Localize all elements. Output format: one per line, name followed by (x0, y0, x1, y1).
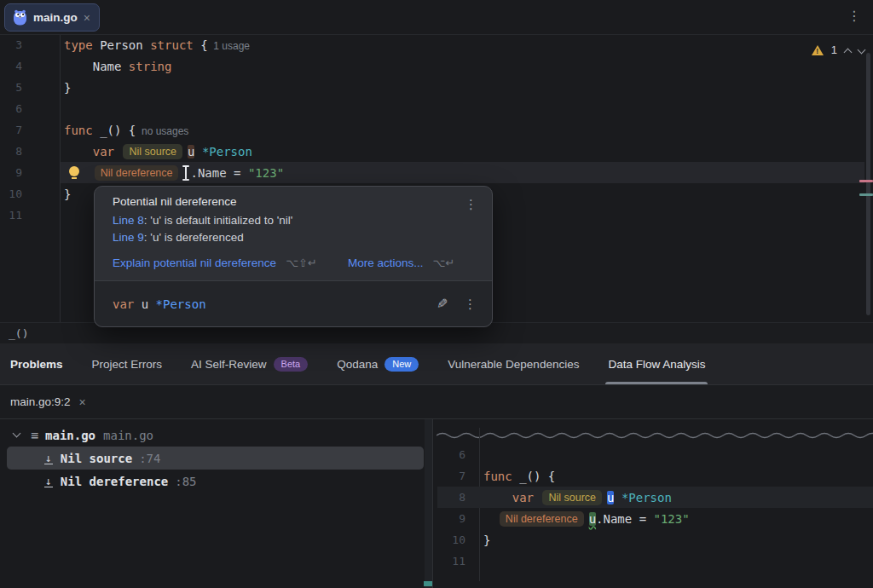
error-stripe-mark-pink[interactable] (859, 180, 873, 182)
result-tab-title[interactable]: main.go:9:2 (10, 395, 71, 408)
tree-scrollbar[interactable] (425, 419, 432, 588)
preview-code-line[interactable]: 9 Nil dereferenceu.Name = "123" (433, 508, 873, 529)
line-number: 7 (433, 470, 465, 482)
code-token: *Person (156, 297, 206, 311)
code-token: u (589, 512, 596, 526)
inspection-popup: Potential nil dereference Line 8: 'u' is… (94, 186, 493, 327)
code-line-current[interactable]: 9 Nil dereference.Name = "123" (0, 162, 873, 183)
trace-text: : 'u' is default initialized to 'nil' (144, 214, 293, 227)
editor-tab-main-go[interactable]: main.go × (4, 3, 100, 32)
line-number[interactable]: 8 (0, 145, 22, 158)
line-number[interactable]: 4 (0, 60, 22, 72)
code-token: no usages (136, 125, 188, 137)
inlay-hint-chip[interactable]: Nil source (123, 144, 182, 159)
code-token: } (64, 187, 71, 201)
code-line[interactable]: 3type Person struct { 1 usage (0, 34, 873, 55)
edit-pencil-icon[interactable]: ✎ (436, 296, 448, 312)
preview-code-line[interactable]: 6 (433, 444, 873, 465)
preview-code-line[interactable]: 10} (433, 529, 873, 551)
line-number: 8 (433, 491, 465, 504)
inlay-hint-chip[interactable]: Nil source (542, 490, 602, 505)
line-number[interactable]: 9 (0, 166, 22, 179)
preview-code-line-highlighted[interactable]: 8 var Nil sourceu *Person (433, 487, 873, 508)
code-preview-pane: 6 7func _() { 8 var Nil sourceu *Person … (433, 419, 873, 588)
line-number[interactable]: 7 (0, 124, 22, 136)
inspection-popup-body: Potential nil dereference Line 8: 'u' is… (95, 187, 492, 280)
ide-window: main.go × ⋮ 1 3type Person struct { 1 us… (0, 0, 873, 588)
tab-data-flow-analysis[interactable]: Data Flow Analysis (608, 343, 705, 384)
next-problem-icon[interactable] (858, 45, 866, 54)
tab-close-icon[interactable]: × (84, 12, 90, 24)
popup-code-kebab-icon[interactable]: ⋮ (464, 297, 477, 312)
more-actions-shortcut: ⌥↵ (432, 257, 454, 269)
code-token: *Person (202, 145, 252, 159)
code-token: .Name = (190, 166, 247, 180)
new-badge: New (384, 357, 419, 372)
line-number[interactable]: 10 (0, 187, 22, 200)
code-token: Person (100, 38, 150, 52)
line-number: 10 (433, 533, 465, 546)
go-gopher-icon (13, 9, 27, 26)
tree-root-file: main.go (103, 429, 153, 442)
line-number[interactable]: 3 (0, 38, 22, 51)
code-token (614, 491, 621, 504)
tree-item-nil-source[interactable]: ↓ Nil source :74 (0, 447, 432, 470)
tree-item-location: :85 (175, 475, 196, 488)
inspections-widget[interactable]: 1 (812, 43, 864, 56)
code-token (64, 145, 93, 159)
window-kebab-icon[interactable]: ⋮ (847, 9, 861, 23)
code-line[interactable]: 7func _() { no usages (0, 119, 873, 141)
code-token: u (142, 297, 156, 311)
code-line[interactable]: 4 Name string (0, 55, 873, 77)
chevron-down-icon[interactable] (13, 429, 21, 438)
popup-code-line[interactable]: var u *Person (113, 297, 206, 311)
tree-item-label: Nil source (61, 452, 132, 465)
inlay-hint-chip[interactable]: Nil dereference (95, 165, 179, 181)
code-token: func (64, 124, 100, 137)
tool-window-tab-bar: Problems Project Errors AI Self-ReviewBe… (0, 343, 873, 385)
tab-project-errors[interactable]: Project Errors (92, 343, 163, 384)
breadcrumb-item[interactable]: _() (9, 327, 28, 340)
torn-edge-wave (436, 430, 873, 439)
editor-tab-bar: main.go × ⋮ (0, 0, 873, 35)
line-number[interactable]: 5 (0, 81, 22, 94)
tab-label: AI Self-Review (191, 358, 267, 371)
previous-problem-icon[interactable] (844, 48, 853, 56)
tab-qodana[interactable]: QodanaNew (337, 343, 419, 384)
file-structure-icon: ≡ (31, 428, 38, 443)
code-token: .Name = (596, 512, 653, 526)
tab-label: Problems (10, 358, 63, 371)
code-token: var (512, 491, 541, 504)
code-token (194, 145, 201, 159)
beta-badge: Beta (274, 357, 309, 372)
popup-kebab-icon[interactable]: ⋮ (465, 197, 477, 212)
tab-problems[interactable]: Problems (10, 343, 63, 384)
tab-vulnerable-dependencies[interactable]: Vulnerable Dependencies (448, 343, 579, 384)
inlay-hint-chip[interactable]: Nil dereference (500, 511, 584, 527)
preview-code-line[interactable]: 7func _() { (433, 465, 873, 487)
code-token (483, 512, 498, 526)
tree-item-nil-dereference[interactable]: ↓ Nil dereference :85 (0, 470, 432, 493)
popup-title: Potential nil dereference (113, 195, 480, 208)
error-stripe-mark-teal[interactable] (859, 193, 873, 196)
more-actions-link[interactable]: More actions... (348, 257, 424, 269)
editor-scrollbar[interactable] (866, 53, 870, 315)
result-tab-close-icon[interactable]: × (79, 396, 86, 408)
tree-root-row[interactable]: ≡ main.go main.go (0, 424, 432, 447)
code-line[interactable]: 6 (0, 98, 873, 119)
line-number: 9 (433, 512, 465, 525)
code-token: "123" (654, 512, 690, 526)
code-line[interactable]: 5} (0, 77, 873, 98)
line-number[interactable]: 11 (0, 209, 22, 222)
line-number[interactable]: 6 (0, 102, 22, 115)
line-8-link[interactable]: Line 8 (113, 214, 144, 227)
code-token: { (200, 38, 207, 52)
code-line[interactable]: 8 var Nil sourceu *Person (0, 141, 873, 162)
tab-ai-self-review[interactable]: AI Self-ReviewBeta (191, 343, 308, 384)
preview-code-line[interactable]: 11 (433, 551, 873, 572)
explain-link[interactable]: Explain potential nil dereference (113, 257, 276, 269)
code-token: var (113, 297, 142, 311)
line-9-link[interactable]: Line 9 (113, 231, 144, 244)
trace-text: : 'u' is dereferenced (144, 231, 244, 244)
tree-root-name: main.go (45, 429, 95, 442)
